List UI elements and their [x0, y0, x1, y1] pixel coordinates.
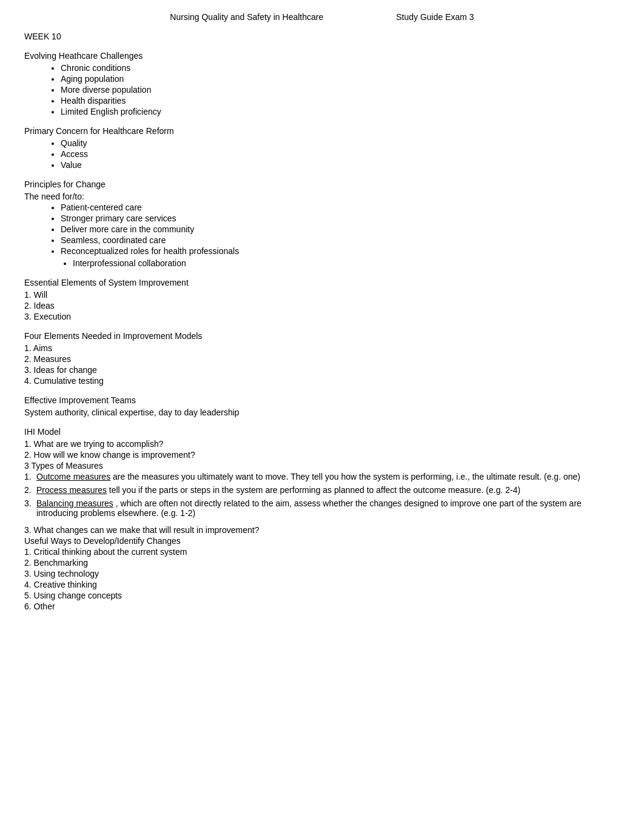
measure-process: 2. Process measures tell you if the part… [24, 485, 620, 495]
list-item: Interprofessional collaboration [73, 258, 620, 268]
essential-section: Essential Elements of System Improvement… [24, 278, 620, 321]
list-item: Seamless, coordinated care [61, 235, 620, 245]
essential-item-2: 2. Ideas [24, 301, 620, 310]
primary-concern-heading: Primary Concern for Healthcare Reform [24, 126, 620, 136]
list-item: Aging population [61, 74, 620, 84]
evolving-list: Chronic conditions Aging population More… [24, 63, 620, 116]
principles-sub-list: Interprofessional collaboration [24, 258, 620, 268]
measure-num-2: 2. [24, 485, 36, 495]
week-title: WEEK 10 [24, 32, 620, 41]
four-elements-heading: Four Elements Needed in Improvement Mode… [24, 331, 620, 341]
week-block: WEEK 10 [24, 32, 620, 41]
useful-item-2: 2. Benchmarking [24, 558, 620, 568]
measure-balancing: 3. Balancing measures , which are often … [24, 498, 620, 518]
ihi-section: IHI Model 1. What are we trying to accom… [24, 427, 620, 611]
effective-teams-plain: System authority, clinical expertise, da… [24, 407, 620, 417]
evolving-heading: Evolving Heathcare Challenges [24, 51, 620, 61]
measure-content-3: Balancing measures , which are often not… [36, 498, 620, 518]
header-title: Nursing Quality and Safety in Healthcare [170, 12, 323, 22]
useful-item-4: 4. Creative thinking [24, 580, 620, 589]
measure-label-balancing: Balancing measures [36, 498, 113, 508]
measure-content-2: Process measures tell you if the parts o… [36, 485, 620, 495]
ihi-types-heading: 3 Types of Measures [24, 461, 620, 471]
list-item: Chronic conditions [61, 63, 620, 73]
effective-teams-heading: Effective Improvement Teams [24, 395, 620, 405]
evolving-section: Evolving Heathcare Challenges Chronic co… [24, 51, 620, 116]
measure-num-3: 3. [24, 498, 36, 518]
four-elements-item-4: 4. Cumulative testing [24, 376, 620, 386]
measure-label-outcome: Outcome measures [36, 472, 110, 481]
four-elements-item-3: 3. Ideas for change [24, 365, 620, 375]
list-item: Access [61, 149, 620, 159]
ihi-heading: IHI Model [24, 427, 620, 437]
header-subtitle: Study Guide Exam 3 [396, 12, 474, 22]
principles-subheading: The need for/to: [24, 192, 620, 201]
measure-num-1: 1. [24, 472, 36, 481]
list-item: Patient-centered care [61, 203, 620, 212]
measure-content-1: Outcome measures are the measures you ul… [36, 472, 620, 481]
list-item: Health disparities [61, 96, 620, 106]
measure-label-process: Process measures [36, 485, 107, 495]
four-elements-item-1: 1. Aims [24, 343, 620, 353]
essential-heading: Essential Elements of System Improvement [24, 278, 620, 287]
primary-concern-section: Primary Concern for Healthcare Reform Qu… [24, 126, 620, 170]
list-item: Quality [61, 138, 620, 148]
measure-text-balancing: , which are often not directly related t… [36, 498, 582, 518]
measure-text-process: tell you if the parts or steps in the sy… [107, 485, 520, 495]
four-elements-item-2: 2. Measures [24, 354, 620, 364]
ihi-question-3: 3. What changes can we make that will re… [24, 525, 620, 535]
effective-teams-section: Effective Improvement Teams System autho… [24, 395, 620, 417]
principles-list: Patient-centered care Stronger primary c… [24, 203, 620, 256]
principles-section: Principles for Change The need for/to: P… [24, 179, 620, 268]
ihi-question-1: 1. What are we trying to accomplish? [24, 439, 620, 449]
measure-text-outcome: are the measures you ultimately want to … [110, 472, 580, 481]
four-elements-section: Four Elements Needed in Improvement Mode… [24, 331, 620, 386]
useful-item-1: 1. Critical thinking about the current s… [24, 547, 620, 557]
measure-outcome: 1. Outcome measures are the measures you… [24, 472, 620, 481]
list-item: Stronger primary care services [61, 213, 620, 223]
list-item: Limited English proficiency [61, 107, 620, 116]
useful-item-6: 6. Other [24, 602, 620, 611]
page-header: Nursing Quality and Safety in Healthcare… [24, 12, 620, 22]
list-item: More diverse population [61, 85, 620, 95]
list-item: Reconceptualized roles for health profes… [61, 246, 620, 256]
list-item: Value [61, 160, 620, 170]
useful-item-5: 5. Using change concepts [24, 591, 620, 600]
useful-heading: Useful Ways to Develop/Identify Changes [24, 536, 620, 546]
useful-item-3: 3. Using technology [24, 569, 620, 578]
question3-block: 3. What changes can we make that will re… [24, 525, 620, 611]
primary-concern-list: Quality Access Value [24, 138, 620, 170]
principles-heading: Principles for Change [24, 179, 620, 189]
ihi-question-2: 2. How will we know change is improvemen… [24, 450, 620, 460]
essential-item-3: 3. Execution [24, 312, 620, 321]
list-item: Deliver more care in the community [61, 224, 620, 234]
essential-item-1: 1. Will [24, 290, 620, 300]
